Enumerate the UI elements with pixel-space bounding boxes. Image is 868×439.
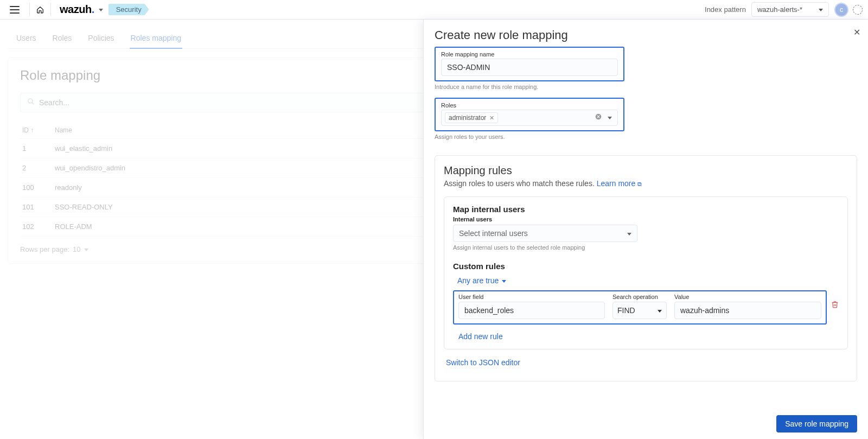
brand-menu-chevron[interactable] (99, 5, 103, 15)
value-input[interactable] (674, 302, 821, 319)
chevron-down-icon[interactable] (605, 113, 614, 123)
index-pattern-select[interactable]: wazuh-alerts-* (751, 2, 829, 17)
index-pattern-value: wazuh-alerts-* (757, 5, 802, 14)
roles-combobox[interactable]: administrator ✕ (441, 110, 618, 126)
delete-rule-button[interactable] (831, 301, 839, 315)
user-avatar[interactable]: c (834, 3, 848, 17)
user-field-label: User field (458, 294, 605, 300)
value-label: Value (674, 294, 821, 300)
roles-help: Assign roles to your users. (435, 133, 624, 140)
save-role-mapping-button[interactable]: Save role mapping (776, 415, 857, 432)
roles-group: Roles administrator ✕ (435, 98, 624, 131)
role-mapping-name-group: Role mapping name (435, 47, 624, 81)
section-breadcrumb[interactable]: Security (108, 4, 149, 15)
rule-logic-select[interactable]: Any are true (457, 276, 839, 285)
brand: wazuh. (60, 3, 103, 16)
brand-logo: wazuh. (60, 3, 94, 16)
close-button[interactable]: ✕ (853, 27, 860, 37)
mapping-rules-subtitle: Assign roles to users who match these ru… (444, 179, 848, 188)
search-operation-label: Search operation (612, 294, 667, 300)
flyout-title: Create new role mapping (435, 28, 857, 42)
divider (29, 3, 30, 16)
add-new-rule-button[interactable]: Add new rule (458, 332, 503, 341)
switch-json-editor-button[interactable]: Switch to JSON editor (446, 358, 520, 367)
internal-users-select[interactable]: Select internal users (453, 225, 637, 242)
menu-toggle-button[interactable] (10, 6, 20, 14)
remove-role-icon[interactable]: ✕ (489, 114, 494, 122)
role-mapping-name-input[interactable] (441, 59, 618, 76)
internal-users-label: Internal users (453, 216, 839, 222)
internal-users-help: Assign internal users to the selected ro… (453, 244, 839, 251)
topbar: wazuh. Security Index pattern wazuh-aler… (0, 0, 868, 20)
create-role-mapping-flyout: Create new role mapping ✕ Role mapping n… (423, 20, 868, 439)
internal-users-panel: Map internal users Internal users Select… (444, 196, 848, 349)
chevron-down-icon (658, 306, 662, 315)
help-icon[interactable] (853, 5, 863, 15)
custom-rule-row: User field Search operation FIND Value (453, 290, 827, 325)
role-chip: administrator ✕ (445, 112, 498, 123)
clear-roles-icon[interactable] (595, 113, 602, 123)
index-pattern-label: Index pattern (705, 5, 746, 14)
role-mapping-name-label: Role mapping name (441, 51, 618, 58)
chevron-down-icon (627, 229, 631, 238)
external-link-icon: ⧉ (637, 181, 642, 187)
mapping-rules-panel: Mapping rules Assign roles to users who … (435, 155, 857, 381)
chevron-down-icon (502, 276, 506, 285)
learn-more-link[interactable]: Learn more ⧉ (597, 179, 642, 188)
mapping-rules-title: Mapping rules (444, 164, 848, 177)
user-field-input[interactable] (458, 302, 605, 319)
home-button[interactable] (35, 5, 45, 15)
search-operation-select[interactable]: FIND (612, 302, 667, 319)
map-internal-users-title: Map internal users (453, 205, 839, 214)
divider (50, 3, 51, 16)
role-mapping-name-help: Introduce a name for this role mapping. (435, 84, 624, 90)
custom-rules-title: Custom rules (453, 262, 839, 271)
roles-label: Roles (441, 102, 618, 109)
chevron-down-icon (819, 5, 823, 14)
